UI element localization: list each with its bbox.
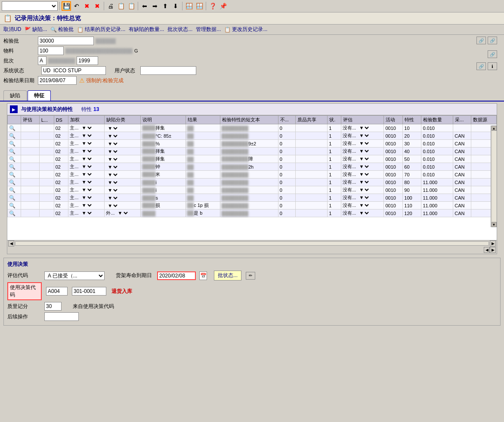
eval2-dropdown[interactable]: ▼	[357, 132, 370, 139]
auth-dropdown[interactable]: ▼	[80, 163, 93, 169]
window-btn-1[interactable]: 🪟	[184, 1, 194, 11]
defect-dropdown[interactable]: ▼	[106, 172, 119, 178]
form-btn-link-4[interactable]: 🔗	[476, 62, 486, 70]
table-row[interactable]: 🔍02主... ▼ ▼████损██c 1p 损████████01没有... …	[8, 202, 497, 209]
toolbar-dropdown[interactable]	[2, 1, 58, 11]
undo-button[interactable]: ↶	[72, 1, 81, 11]
help-button[interactable]: ❓	[208, 1, 217, 11]
inspection-batch-input[interactable]	[38, 37, 94, 45]
cell-icon[interactable]: 🔍	[8, 163, 21, 171]
cell-icon[interactable]: 🔍	[8, 209, 21, 217]
cell-eval2[interactable]: 没有... ▼	[341, 202, 384, 209]
cell-auth[interactable]: 主... ▼	[68, 171, 105, 179]
eval2-dropdown[interactable]: ▼	[357, 179, 370, 185]
cell-auth[interactable]: 主... ▼	[68, 132, 105, 140]
tab-defects[interactable]: 缺陷	[3, 90, 27, 101]
print-button[interactable]: 🖨	[106, 1, 115, 11]
cell-eval2[interactable]: 没有... ▼	[341, 124, 384, 132]
eval-code-select[interactable]: A 已接受（...	[44, 271, 105, 280]
defect-dropdown[interactable]: ▼	[106, 133, 119, 139]
followup-input[interactable]	[44, 312, 79, 321]
action-manage-data[interactable]: 管理数据...	[196, 26, 221, 33]
defect-dropdown[interactable]: ▼	[106, 125, 119, 131]
cell-defect[interactable]: ▼	[105, 179, 141, 186]
table-row[interactable]: 🔍02主... ▼ ▼████%██████████9±201没有... ▼00…	[8, 140, 497, 148]
copy-button[interactable]: 📋	[116, 1, 126, 11]
shelf-life-input[interactable]	[157, 271, 196, 280]
auth-dropdown[interactable]: ▼	[80, 125, 93, 131]
user-status-input[interactable]	[140, 66, 196, 75]
action-batch-status[interactable]: 批次状态...	[167, 26, 192, 33]
defect-dropdown[interactable]: ▼	[106, 148, 119, 154]
cell-defect[interactable]: ▼	[105, 124, 141, 132]
action-result-history[interactable]: 📋 结果的历史记录...	[77, 26, 125, 33]
table-row[interactable]: 🔍02主... ▼ ▼████择集██████████01没有... ▼0010…	[8, 148, 497, 155]
defect-dropdown[interactable]: ▼	[106, 203, 119, 209]
table-row[interactable]: 🔍02主... ▼外... ▼██████是 b████████01没有... …	[8, 209, 497, 217]
play-button[interactable]: ▶	[10, 105, 18, 113]
scroll-left[interactable]: ◀	[8, 240, 14, 246]
cell-eval2[interactable]: 没有... ▼	[341, 171, 384, 179]
action-cancel-ud[interactable]: 取消UD	[3, 26, 21, 33]
defect-dropdown[interactable]: ▼	[106, 164, 119, 170]
nav-back-button[interactable]: ⬅	[140, 1, 149, 11]
action-validate[interactable]: 🔍 检验批	[50, 26, 74, 33]
form-btn-link-2[interactable]: 🔗	[488, 37, 497, 44]
calendar-btn[interactable]: 📅	[199, 271, 207, 280]
cell-auth[interactable]: 主... ▼	[68, 140, 105, 148]
material-input[interactable]	[38, 46, 64, 55]
action-change-history[interactable]: 📋 更改历史记录...	[224, 26, 267, 33]
form-btn-link-3[interactable]: 🔗	[488, 50, 497, 58]
scroll-right-2[interactable]: ▶	[490, 247, 496, 253]
cell-auth[interactable]: 主... ▼	[68, 148, 105, 155]
cell-defect[interactable]: ▼	[105, 155, 141, 163]
system-status-input[interactable]	[41, 66, 106, 75]
eval2-dropdown[interactable]: ▼	[357, 187, 370, 193]
table-row[interactable]: 🔍02主... ▼ ▼████钟██████████2h01没有... ▼001…	[8, 163, 497, 171]
pin-button[interactable]: 📌	[218, 1, 228, 11]
cell-eval2[interactable]: 没有... ▼	[341, 148, 384, 155]
auth-dropdown[interactable]: ▼	[80, 187, 93, 193]
cell-auth[interactable]: 主... ▼	[68, 124, 105, 132]
scroll-down[interactable]: ▼	[492, 222, 497, 227]
cell-icon[interactable]: 🔍	[8, 171, 21, 179]
defect-dropdown[interactable]: ▼	[106, 195, 119, 201]
save-button[interactable]: 💾	[62, 1, 71, 11]
nav-down-button[interactable]: ⬇	[171, 1, 180, 11]
scroll-up[interactable]: ▲	[492, 126, 497, 131]
cell-eval2[interactable]: 没有... ▼	[341, 194, 384, 202]
cell-icon[interactable]: 🔍	[8, 148, 21, 155]
quality-score-input[interactable]	[44, 302, 62, 311]
table-row[interactable]: 🔍02主... ▼ ▼████s██████████01没有... ▼00101…	[8, 194, 497, 202]
window-btn-2[interactable]: 🪟	[195, 1, 204, 11]
cell-eval2[interactable]: 没有... ▼	[341, 163, 384, 171]
cell-auth[interactable]: 主... ▼	[68, 186, 105, 194]
cell-defect[interactable]: ▼	[105, 132, 141, 140]
batch-year-input[interactable]	[77, 56, 98, 65]
eval2-dropdown[interactable]: ▼	[357, 148, 370, 154]
cell-auth[interactable]: 主... ▼	[68, 155, 105, 163]
cell-icon[interactable]: 🔍	[8, 132, 21, 140]
auth-dropdown[interactable]: ▼	[80, 156, 93, 162]
eval2-dropdown[interactable]: ▼	[357, 125, 370, 131]
table-row[interactable]: 🔍02主... ▼ ▼████米██████████01没有... ▼00107…	[8, 171, 497, 179]
auth-dropdown[interactable]: ▼	[80, 148, 93, 154]
scroll-right[interactable]: ▶	[490, 240, 496, 246]
inspection-date-input[interactable]	[38, 76, 77, 85]
cell-eval2[interactable]: 没有... ▼	[341, 140, 384, 148]
scroll-left-2[interactable]: ◀	[484, 247, 490, 253]
auth-dropdown[interactable]: ▼	[80, 210, 93, 216]
auth-dropdown[interactable]: ▼	[80, 179, 93, 185]
cell-auth[interactable]: 主... ▼	[68, 179, 105, 186]
eval2-dropdown[interactable]: ▼	[357, 156, 370, 162]
table-row[interactable]: 🔍02主... ▼ ▼████i██████████01没有... ▼00109…	[8, 186, 497, 194]
form-btn-info[interactable]: ℹ	[488, 62, 497, 70]
cell-defect[interactable]: 外... ▼	[105, 209, 141, 217]
table-row[interactable]: 🔍02主... ▼ ▼████°C: 85±██████████01没有... …	[8, 132, 497, 140]
cell-icon[interactable]: 🔍	[8, 140, 21, 148]
cancel-button[interactable]: ✖	[82, 1, 92, 11]
table-row[interactable]: 🔍02主... ▼ ▼████择集██████████01没有... ▼0010…	[8, 124, 497, 132]
cell-auth[interactable]: 主... ▼	[68, 209, 105, 217]
auth-dropdown[interactable]: ▼	[80, 132, 93, 139]
cell-icon[interactable]: 🔍	[8, 194, 21, 202]
